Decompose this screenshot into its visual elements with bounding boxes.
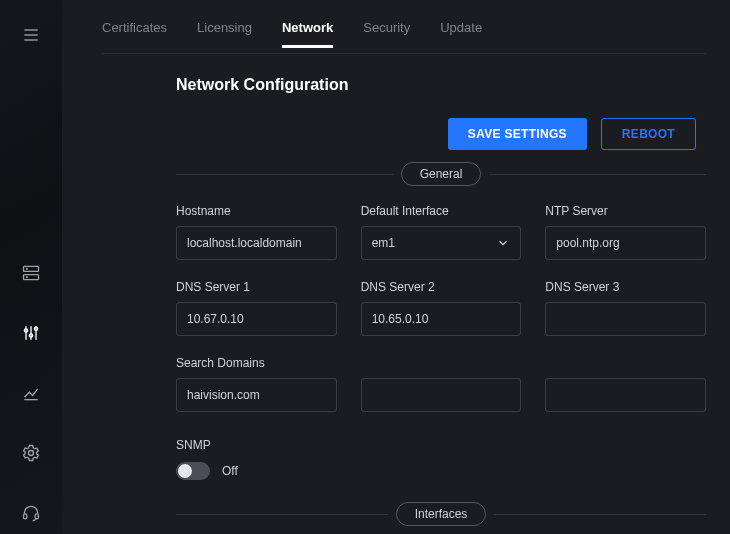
svg-rect-16 [35,514,38,519]
svg-rect-15 [24,514,27,519]
label-search-domains-3 [545,356,706,370]
field-default-interface: Default Interface em1 [361,204,522,260]
input-dns3[interactable] [545,302,706,336]
save-settings-button[interactable]: SAVE SETTINGS [448,118,587,150]
headset-icon[interactable] [20,502,42,524]
tab-certificates[interactable]: Certificates [102,20,167,47]
tab-network[interactable]: Network [282,20,333,48]
chevron-down-icon [496,236,510,250]
chart-icon[interactable] [20,382,42,404]
label-search-domains-2 [361,356,522,370]
svg-point-5 [26,268,27,269]
field-snmp: SNMP Off [176,438,706,480]
svg-point-14 [29,451,34,456]
section-general-label: General [401,162,482,186]
field-dns3: DNS Server 3 [545,280,706,336]
gear-icon[interactable] [20,442,42,464]
reboot-button[interactable]: REBOOT [601,118,696,150]
section-general: General [176,162,706,186]
snmp-toggle[interactable] [176,462,210,480]
svg-rect-4 [24,275,39,280]
input-search-domains[interactable] [176,378,337,412]
label-snmp: SNMP [176,438,706,452]
select-default-interface-value: em1 [372,236,395,250]
field-dns2: DNS Server 2 [361,280,522,336]
tab-security[interactable]: Security [363,20,410,47]
field-search-domains: Search Domains [176,356,337,412]
input-dns2[interactable] [361,302,522,336]
main-panel: Certificates Licensing Network Security … [62,0,730,534]
tab-bar: Certificates Licensing Network Security … [102,0,706,54]
field-search-domains-2 [361,356,522,412]
left-rail [0,0,62,534]
field-ntp-server: NTP Server [545,204,706,260]
field-hostname: Hostname [176,204,337,260]
select-default-interface[interactable]: em1 [361,226,522,260]
servers-icon[interactable] [20,262,42,284]
tab-update[interactable]: Update [440,20,482,47]
field-search-domains-3 [545,356,706,412]
input-ntp-server[interactable] [545,226,706,260]
content: Network Configuration SAVE SETTINGS REBO… [102,54,706,534]
label-dns2: DNS Server 2 [361,280,522,294]
tab-licensing[interactable]: Licensing [197,20,252,47]
label-dns3: DNS Server 3 [545,280,706,294]
field-dns1: DNS Server 1 [176,280,337,336]
input-search-domains-2[interactable] [361,378,522,412]
sliders-icon[interactable] [20,322,42,344]
label-hostname: Hostname [176,204,337,218]
label-search-domains: Search Domains [176,356,337,370]
label-default-interface: Default Interface [361,204,522,218]
input-dns1[interactable] [176,302,337,336]
label-dns1: DNS Server 1 [176,280,337,294]
page-title: Network Configuration [176,76,706,94]
svg-point-6 [26,277,27,278]
snmp-state: Off [222,464,238,478]
input-search-domains-3[interactable] [545,378,706,412]
svg-rect-3 [24,266,39,271]
action-row: SAVE SETTINGS REBOOT [176,118,706,150]
input-hostname[interactable] [176,226,337,260]
menu-icon[interactable] [20,24,42,46]
label-ntp-server: NTP Server [545,204,706,218]
section-interfaces: Interfaces [176,502,706,526]
section-interfaces-label: Interfaces [396,502,487,526]
